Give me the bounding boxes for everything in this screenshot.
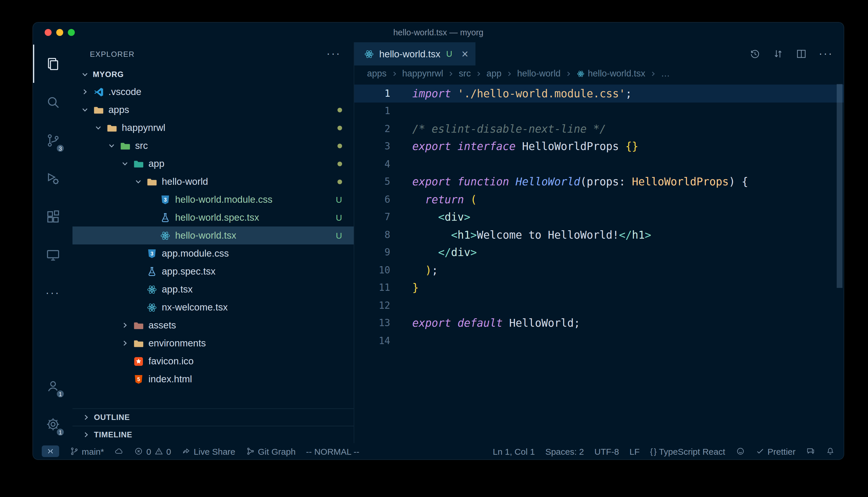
code-line-5[interactable]: 5export function HelloWorld(props: Hello… <box>354 173 844 190</box>
close-tab-icon[interactable]: × <box>461 48 468 60</box>
status-sync-changes[interactable] <box>112 446 127 456</box>
code-line-4[interactable]: 4 <box>354 155 844 173</box>
tab-hello-world-tsx[interactable]: hello-world.tsxU× <box>354 42 475 66</box>
tree-item-happynrwl[interactable]: happynrwl <box>72 119 354 137</box>
status-eol[interactable]: LF <box>626 446 643 456</box>
code-line-1[interactable]: 1 <box>354 102 844 120</box>
status-indentation[interactable]: Spaces: 2 <box>542 446 587 456</box>
breadcrumb-apps[interactable]: apps <box>367 68 386 79</box>
status-feedback-smiley[interactable] <box>733 446 748 456</box>
window-title: hello-world.tsx — myorg <box>33 28 844 37</box>
code-line-7[interactable]: 7 <div> <box>354 208 844 226</box>
status-notifications[interactable] <box>823 446 838 456</box>
status-language-mode[interactable]: { }TypeScript React <box>647 446 728 456</box>
code-line-1[interactable]: 1import './hello-world.module.css'; <box>354 85 844 102</box>
status-git-branch[interactable]: main* <box>67 446 107 456</box>
activity-extensions[interactable] <box>33 198 72 236</box>
tree-item-hello-world-spec-tsx[interactable]: hello-world.spec.tsxU <box>72 209 354 227</box>
breadcrumb-label: src <box>459 68 471 79</box>
git-modified-dot <box>337 143 342 148</box>
code-line-6[interactable]: 6 return ( <box>354 190 844 208</box>
section-timeline[interactable]: TIMELINE <box>72 426 354 443</box>
status-feedback[interactable] <box>803 446 818 456</box>
tree-item-favicon-ico[interactable]: favicon.ico <box>72 352 354 370</box>
tree-item-assets[interactable]: assets <box>72 316 354 334</box>
code-editor[interactable]: 1import './hello-world.module.css';12/* … <box>354 82 844 443</box>
activity-run-debug[interactable] <box>33 159 72 198</box>
activity-settings[interactable]: 1 <box>33 405 72 443</box>
activity-remote-explorer[interactable] <box>33 236 72 274</box>
tree-item-label: app.tsx <box>162 284 193 295</box>
code-line-13[interactable]: 13export default HelloWorld; <box>354 314 844 332</box>
tree-item-vscode[interactable]: .vscode <box>72 83 354 101</box>
tree-item-src[interactable]: src <box>72 137 354 155</box>
breadcrumb-src[interactable]: src <box>459 68 471 79</box>
status-live-share[interactable]: Live Share <box>179 446 238 456</box>
status-vim-mode[interactable]: -- NORMAL -- <box>303 446 362 456</box>
tree-item-app-tsx[interactable]: app.tsx <box>72 280 354 298</box>
split-editor-button[interactable] <box>796 48 807 60</box>
tree-item-nx-welcome-tsx[interactable]: nx-welcome.tsx <box>72 298 354 316</box>
status-label: Prettier <box>768 446 796 456</box>
timeline-history-button[interactable] <box>749 48 761 60</box>
code-line-8[interactable]: 8 <h1>Welcome to HelloWorld!</h1> <box>354 226 844 244</box>
status-git-graph[interactable]: Git Graph <box>243 446 299 456</box>
tree-item-environments[interactable]: environments <box>72 334 354 352</box>
activity-explorer[interactable] <box>33 45 72 83</box>
status-label: Spaces: 2 <box>545 446 584 456</box>
open-changes-button[interactable] <box>772 48 784 60</box>
status-bar-right: Ln 1, Col 1Spaces: 2UTF-8LF{ }TypeScript… <box>490 446 838 456</box>
workspace-root[interactable]: MYORG <box>72 66 354 83</box>
tree-item-app-module-css[interactable]: 3app.module.css <box>72 244 354 262</box>
tree-item-index-html[interactable]: 5index.html <box>72 370 354 388</box>
explorer-sidebar: EXPLORER ··· MYORG .vscodeappshappynrwls… <box>72 42 354 443</box>
tree-item-label: app.module.css <box>162 248 229 259</box>
breadcrumb-label: hello-world.tsx <box>588 68 645 79</box>
status-encoding[interactable]: UTF-8 <box>591 446 622 456</box>
breadcrumb-[interactable]: … <box>661 68 670 79</box>
status-cursor-position[interactable]: Ln 1, Col 1 <box>490 446 538 456</box>
status-remote-indicator[interactable] <box>39 445 62 457</box>
tree-item-app-spec-tsx[interactable]: app.spec.tsx <box>72 262 354 280</box>
activity-search[interactable] <box>33 83 72 121</box>
settings-badge: 1 <box>56 427 65 437</box>
status-problems[interactable]: 00 <box>131 446 174 456</box>
code-line-11[interactable]: 11} <box>354 279 844 297</box>
line-number: 5 <box>354 176 390 187</box>
title-bar[interactable]: hello-world.tsx — myorg <box>33 23 844 42</box>
zoom-window-button[interactable] <box>68 29 75 36</box>
tree-item-apps[interactable]: apps <box>72 101 354 119</box>
code-text: <h1>Welcome to HelloWorld!</h1> <box>412 229 651 241</box>
code-line-12[interactable]: 12 <box>354 297 844 314</box>
explorer-more-icon[interactable]: ··· <box>327 52 341 56</box>
editor-actions: ··· <box>749 42 844 66</box>
scrollbar-thumb[interactable] <box>837 84 842 288</box>
tree-item-decorations <box>337 143 342 148</box>
code-line-2[interactable]: 2/* eslint-disable-next-line */ <box>354 120 844 138</box>
activity-bar-top: 3··· <box>33 45 72 312</box>
tree-item-hello-world-module-css[interactable]: 3hello-world.module.cssU <box>72 190 354 209</box>
code-line-3[interactable]: 3export interface HelloWorldProps {} <box>354 138 844 155</box>
tree-item-decorations <box>337 179 342 184</box>
breadcrumb-app[interactable]: app <box>486 68 501 79</box>
breadcrumb-hello-world-tsx[interactable]: hello-world.tsx <box>576 68 645 79</box>
tree-item-app[interactable]: app <box>72 155 354 173</box>
tree-item-hello-world[interactable]: hello-world <box>72 173 354 190</box>
section-outline[interactable]: OUTLINE <box>72 408 354 426</box>
desktop: hello-world.tsx — myorg 3···11 EXPLORER … <box>0 0 868 497</box>
code-line-10[interactable]: 10 ); <box>354 261 844 279</box>
tree-item-hello-world-tsx[interactable]: hello-world.tsxU <box>72 227 354 244</box>
minimize-window-button[interactable] <box>56 29 63 36</box>
activity-more-views[interactable]: ··· <box>33 274 72 312</box>
status-prettier[interactable]: Prettier <box>752 446 798 456</box>
activity-source-control[interactable]: 3 <box>33 121 72 159</box>
breadcrumb-happynrwl[interactable]: happynrwl <box>402 68 443 79</box>
code-line-9[interactable]: 9 </div> <box>354 244 844 261</box>
breadcrumb-separator-icon <box>506 70 513 77</box>
activity-accounts[interactable]: 1 <box>33 367 72 405</box>
status-label: UTF-8 <box>594 446 619 456</box>
code-line-14[interactable]: 14 <box>354 332 844 350</box>
more-actions-button[interactable]: ··· <box>819 52 833 56</box>
close-window-button[interactable] <box>45 29 52 36</box>
breadcrumb-hello-world[interactable]: hello-world <box>517 68 561 79</box>
